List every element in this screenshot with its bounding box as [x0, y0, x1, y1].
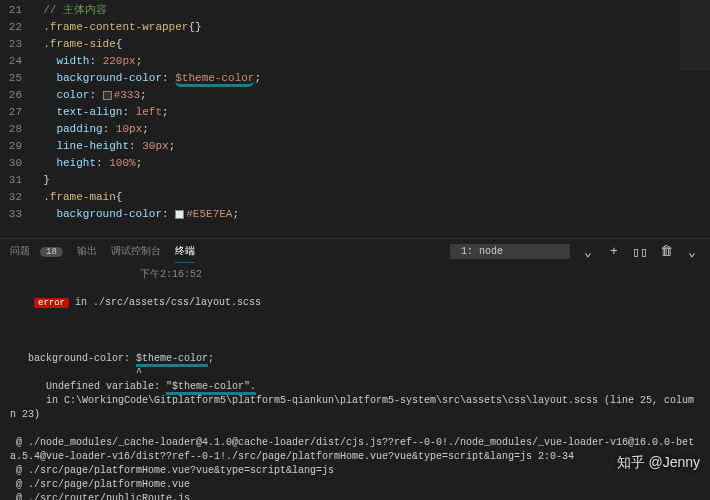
error-path: in ./src/assets/css/layout.scss — [69, 297, 261, 308]
split-icon[interactable]: ▯▯ — [632, 244, 648, 260]
tab-terminal[interactable]: 终端 — [175, 240, 195, 263]
plus-icon[interactable]: + — [606, 244, 622, 259]
line-gutter: 21222324252627282930313233 — [0, 0, 30, 238]
code-line[interactable]: width: 220px; — [30, 53, 710, 70]
code-line[interactable]: text-align: left; — [30, 104, 710, 121]
terminal-undef: Undefined variable: "$theme-color". — [10, 380, 700, 394]
highlighted-msg: "$theme-color". — [166, 381, 256, 395]
code-line[interactable]: .frame-content-wrapper{} — [30, 19, 710, 36]
watermark: 知乎 @Jenny — [617, 454, 700, 472]
tab-output[interactable]: 输出 — [77, 240, 97, 263]
code-line[interactable]: .frame-main{ — [30, 189, 710, 206]
code-line[interactable]: // 主体内容 — [30, 2, 710, 19]
stack-line: @ ./src/router/publicRoute.js — [10, 492, 700, 500]
code-line[interactable]: background-color: $theme-color; — [30, 70, 710, 87]
code-content[interactable]: // 主体内容 .frame-content-wrapper{} .frame-… — [30, 0, 710, 238]
terminal-caret: ^ — [10, 366, 700, 380]
code-line[interactable]: color: #333; — [30, 87, 710, 104]
code-line[interactable]: } — [30, 172, 710, 189]
terminal-stack: @ ./node_modules/_cache-loader@4.1.0@cac… — [10, 436, 700, 500]
error-badge: error — [34, 298, 69, 308]
terminal-snippet: background-color: $theme-color; — [10, 352, 700, 366]
minimap[interactable] — [680, 0, 710, 238]
code-editor[interactable]: 21222324252627282930313233 // 主体内容 .fram… — [0, 0, 710, 238]
code-line[interactable]: background-color: #E5E7EA; — [30, 206, 710, 223]
terminal-task-select[interactable]: 1: node — [450, 244, 570, 259]
code-line[interactable]: height: 100%; — [30, 155, 710, 172]
terminal-timestamp: 下午2:16:52 — [140, 268, 700, 282]
chevron-down-icon[interactable]: ⌄ — [684, 244, 700, 260]
highlighted-var: $theme-color — [136, 353, 208, 367]
trash-icon[interactable]: 🗑 — [658, 244, 674, 259]
code-line[interactable]: .frame-side{ — [30, 36, 710, 53]
code-line[interactable]: line-height: 30px; — [30, 138, 710, 155]
chevron-down-icon[interactable]: ⌄ — [580, 244, 596, 260]
tab-problems-label: 问题 — [10, 246, 30, 257]
stack-line: @ ./src/page/platformHome.vue — [10, 478, 700, 492]
stack-line: @ ./src/page/platformHome.vue?vue&type=s… — [10, 464, 700, 478]
panel-header: 问题 18 输出 调试控制台 终端 1: node ⌄ + ▯▯ 🗑 ⌄ — [0, 238, 710, 264]
tab-debug[interactable]: 调试控制台 — [111, 240, 161, 263]
stack-line: @ ./node_modules/_cache-loader@4.1.0@cac… — [10, 436, 700, 464]
panel-actions: 1: node ⌄ + ▯▯ 🗑 ⌄ — [450, 244, 700, 260]
terminal-location: in C:\WorkingCode\Gitplatform5\platform5… — [10, 394, 700, 422]
tab-problems[interactable]: 问题 18 — [10, 240, 63, 263]
color-swatch-icon — [103, 91, 112, 100]
problems-badge: 18 — [40, 247, 63, 257]
color-swatch-icon — [175, 210, 184, 219]
terminal-output[interactable]: 下午2:16:52 error in ./src/assets/css/layo… — [0, 264, 710, 500]
terminal-error-line: error in ./src/assets/css/layout.scss — [10, 282, 700, 324]
code-line[interactable]: padding: 10px; — [30, 121, 710, 138]
panel-tabs: 问题 18 输出 调试控制台 终端 — [10, 240, 450, 263]
